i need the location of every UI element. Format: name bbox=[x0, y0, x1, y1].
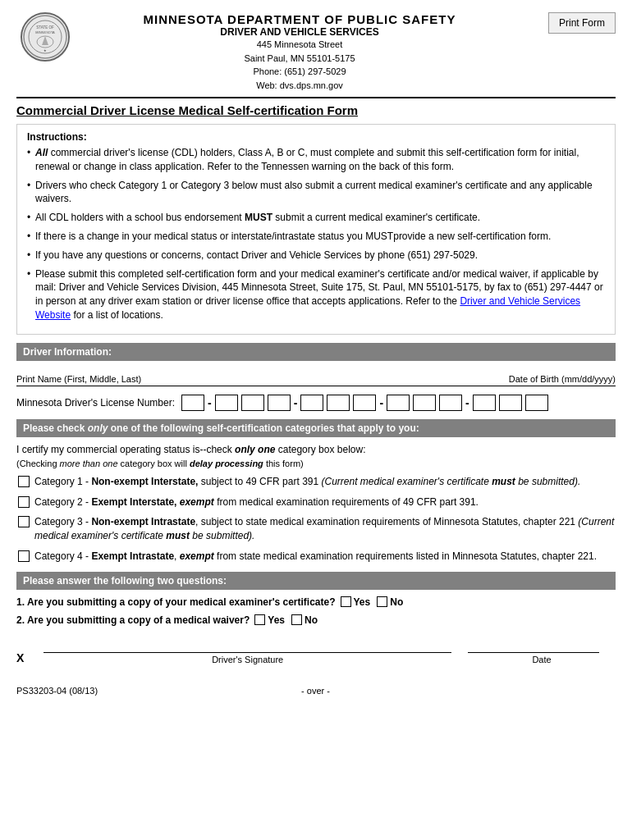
driver-info-section: Driver Information: Print Name (First, M… bbox=[16, 343, 616, 411]
q2-no-label: No bbox=[305, 614, 318, 626]
q2-yes-checkbox[interactable] bbox=[254, 614, 265, 625]
date-label: Date bbox=[468, 655, 616, 664]
license-box-8[interactable] bbox=[387, 395, 410, 411]
q1-yes-no: Yes No bbox=[341, 596, 404, 608]
address-line2: Saint Paul, MN 55101-5175 bbox=[74, 52, 525, 66]
signature-row: X Driver's Signature Date bbox=[16, 639, 616, 664]
q2-yes-item: Yes bbox=[254, 614, 285, 626]
category-2-checkbox[interactable] bbox=[18, 496, 30, 508]
instruction-item-2: Drivers who check Category 1 or Category… bbox=[27, 179, 605, 207]
category-2-text: Category 2 - Exempt Interstate, exempt f… bbox=[34, 495, 479, 509]
signature-section: X Driver's Signature Date bbox=[16, 639, 616, 664]
signature-label: Driver's Signature bbox=[44, 655, 451, 664]
svg-text:STATE OF: STATE OF bbox=[36, 25, 54, 30]
category-1-item: Category 1 - Non-exempt Interstate, subj… bbox=[16, 475, 616, 489]
q1-yes-label: Yes bbox=[354, 596, 371, 608]
license-label: Minnesota Driver's License Number: bbox=[16, 397, 175, 409]
category-2-item: Category 2 - Exempt Interstate, exempt f… bbox=[16, 495, 616, 509]
instruction-item-1: All commercial driver's license (CDL) ho… bbox=[27, 146, 605, 174]
category-4-checkbox[interactable] bbox=[18, 550, 30, 562]
address-block: 445 Minnesota Street Saint Paul, MN 5510… bbox=[74, 38, 525, 92]
license-box-10[interactable] bbox=[439, 395, 462, 411]
instruction-item-6: Please submit this completed self-certif… bbox=[27, 267, 605, 322]
dash-2: - bbox=[294, 396, 298, 409]
question-1-row: 1. Are you submitting a copy of your med… bbox=[16, 596, 616, 608]
page-footer: PS33203-04 (08/13) - over - bbox=[16, 681, 616, 696]
license-box-5[interactable] bbox=[300, 395, 323, 411]
form-title: Commercial Driver License Medical Self-c… bbox=[16, 97, 616, 117]
category-intro-2: (Checking more than one category box wil… bbox=[16, 459, 616, 468]
category-4-item: Category 4 - Exempt Intrastate, exempt f… bbox=[16, 550, 616, 564]
q1-yes-checkbox[interactable] bbox=[341, 596, 351, 607]
category-3-checkbox[interactable] bbox=[18, 516, 30, 527]
q1-yes-item: Yes bbox=[341, 596, 371, 608]
license-box-1[interactable] bbox=[181, 395, 204, 411]
svg-text:MINNESOTA: MINNESOTA bbox=[35, 30, 55, 34]
category-intro-1: I certify my commercial operating status… bbox=[16, 444, 616, 455]
license-box-6[interactable] bbox=[327, 395, 350, 411]
q1-no-item: No bbox=[377, 596, 403, 608]
questions-header: Please answer the following two question… bbox=[16, 572, 616, 590]
category-1-checkbox[interactable] bbox=[18, 476, 30, 487]
category-3-text: Category 3 - Non-exempt Intrastate, subj… bbox=[34, 515, 616, 543]
question-2-text: 2. Are you submitting a copy of a medica… bbox=[16, 614, 250, 626]
sig-x-label: X bbox=[16, 651, 24, 664]
name-dob-row: Print Name (First, Middle, Last) Date of… bbox=[16, 374, 616, 386]
instructions-list: All commercial driver's license (CDL) ho… bbox=[27, 146, 605, 322]
dash-3: - bbox=[379, 396, 383, 409]
address-line1: 445 Minnesota Street bbox=[74, 38, 525, 52]
q1-no-checkbox[interactable] bbox=[377, 596, 387, 607]
license-box-12[interactable] bbox=[499, 395, 522, 411]
header-center: MINNESOTA DEPARTMENT OF PUBLIC SAFETY DR… bbox=[74, 12, 525, 92]
dash-1: - bbox=[208, 396, 212, 409]
q2-no-checkbox[interactable] bbox=[291, 614, 302, 625]
license-box-9[interactable] bbox=[413, 395, 436, 411]
print-btn-area: Print Form bbox=[525, 12, 616, 34]
logo-area: STATE OF MINNESOTA ★ bbox=[16, 12, 74, 62]
questions-section: Please answer the following two question… bbox=[16, 572, 616, 626]
category-3-item: Category 3 - Non-exempt Intrastate, subj… bbox=[16, 515, 616, 543]
page-header: STATE OF MINNESOTA ★ MINNESOTA DEPARTMEN… bbox=[16, 12, 616, 92]
instruction-item-3: All CDL holders with a school bus endors… bbox=[27, 211, 605, 225]
q2-no-item: No bbox=[291, 614, 318, 626]
license-number-row: Minnesota Driver's License Number: - - -… bbox=[16, 395, 616, 411]
form-number: PS33203-04 (08/13) bbox=[16, 686, 98, 696]
agency-name: MINNESOTA DEPARTMENT OF PUBLIC SAFETY bbox=[74, 12, 525, 26]
dob-label: Date of Birth (mm/dd/yyyy) bbox=[509, 374, 616, 384]
question-1-text: 1. Are you submitting a copy of your med… bbox=[16, 596, 336, 608]
sig-line-area: Driver's Signature bbox=[44, 639, 451, 664]
category-4-text: Category 4 - Exempt Intrastate, exempt f… bbox=[34, 550, 597, 564]
instructions-title: Instructions: bbox=[27, 131, 605, 143]
instruction-item-4: If there is a change in your medical sta… bbox=[27, 230, 605, 244]
state-seal: STATE OF MINNESOTA ★ bbox=[21, 12, 70, 62]
license-box-4[interactable] bbox=[268, 395, 291, 411]
category-section: Please check only one of the following s… bbox=[16, 419, 616, 564]
license-box-7[interactable] bbox=[353, 395, 376, 411]
date-line[interactable] bbox=[468, 639, 599, 653]
license-box-3[interactable] bbox=[241, 395, 264, 411]
division-name: DRIVER AND VEHICLE SERVICES bbox=[74, 26, 525, 38]
dash-4: - bbox=[465, 396, 469, 409]
dvs-website-link[interactable]: Driver and Vehicle Services Website bbox=[35, 295, 580, 321]
phone: Phone: (651) 297-5029 bbox=[74, 65, 525, 79]
svg-text:★: ★ bbox=[44, 48, 47, 52]
license-box-13[interactable] bbox=[525, 395, 548, 411]
category-1-text: Category 1 - Non-exempt Interstate, subj… bbox=[34, 475, 580, 489]
name-label: Print Name (First, Middle, Last) bbox=[16, 374, 141, 384]
print-button[interactable]: Print Form bbox=[548, 12, 616, 34]
driver-info-header: Driver Information: bbox=[16, 343, 616, 361]
license-box-2[interactable] bbox=[215, 395, 238, 411]
instructions-section: Instructions: All commercial driver's li… bbox=[16, 124, 616, 335]
over-text: - over - bbox=[301, 686, 330, 696]
q2-yes-label: Yes bbox=[268, 614, 285, 626]
web: Web: dvs.dps.mn.gov bbox=[74, 79, 525, 93]
question-2-row: 2. Are you submitting a copy of a medica… bbox=[16, 614, 616, 626]
date-area: Date bbox=[468, 639, 616, 664]
q2-yes-no: Yes No bbox=[254, 614, 318, 626]
license-box-11[interactable] bbox=[473, 395, 496, 411]
q1-no-label: No bbox=[390, 596, 403, 608]
categories-header: Please check only one of the following s… bbox=[16, 419, 616, 437]
instruction-item-5: If you have any questions or concerns, c… bbox=[27, 249, 605, 262]
signature-line[interactable] bbox=[44, 639, 451, 653]
